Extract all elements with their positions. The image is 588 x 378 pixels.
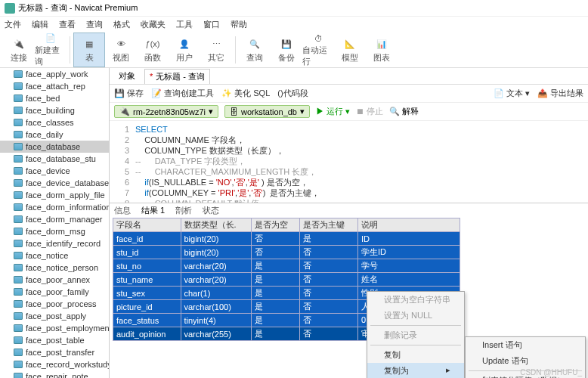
menu-格式[interactable]: 格式 (113, 19, 130, 30)
table-icon (14, 300, 23, 308)
col-header[interactable]: 是否为空 (252, 218, 300, 232)
table-face_post_apply[interactable]: face_post_apply (0, 310, 109, 322)
restab-2[interactable]: 剖析 (175, 205, 192, 216)
tab-objects[interactable]: 对象 (114, 69, 140, 83)
tb-fx[interactable]: ƒ(x)函数 (137, 33, 169, 67)
sidebar: face_apply_workface_attach_repface_bedfa… (0, 68, 110, 378)
table-face_database[interactable]: face_database (0, 141, 109, 153)
save-button[interactable]: 💾 保存 (114, 88, 144, 99)
col-header[interactable]: 数据类型（长. (181, 218, 252, 232)
table-face_poor_process[interactable]: face_poor_process (0, 298, 109, 310)
connection-bar: 🔌 rm-2zetn83n05wz7i ▾ 🗄 workstation_db ▾… (110, 103, 588, 121)
table-face_identify_record[interactable]: face_identify_record (0, 237, 109, 249)
tb-other[interactable]: ⋯其它 (200, 33, 232, 67)
tb-model[interactable]: 📐模型 (334, 33, 366, 67)
run-button[interactable]: ▶ 运行 ▾ (316, 106, 350, 117)
table-icon (14, 312, 23, 320)
table-face_bed[interactable]: face_bed (0, 92, 109, 104)
restab-0[interactable]: 信息 (114, 205, 131, 216)
stop-button[interactable]: ⏹ 停止 (356, 106, 383, 117)
beautify-button[interactable]: ✨ 美化 SQL (221, 88, 270, 99)
menu-工具[interactable]: 工具 (176, 19, 193, 30)
menu-查看[interactable]: 查看 (59, 19, 76, 30)
table-row[interactable]: stu_novarchar(20)是否学号 (113, 259, 460, 273)
text-button[interactable]: 📄 文本 ▾ (494, 88, 530, 99)
tb-newq[interactable]: 📄新建查询 (35, 33, 67, 67)
table-face_notice[interactable]: face_notice (0, 249, 109, 262)
tab-query[interactable]: *无标题 - 查询 (144, 69, 210, 84)
table-face_device[interactable]: face_device (0, 165, 109, 177)
table-face_dorm_manager[interactable]: face_dorm_manager (0, 213, 109, 225)
restab-1[interactable]: 结果 1 (141, 205, 165, 216)
table-icon (14, 240, 23, 247)
menu-收藏夹[interactable]: 收藏夹 (141, 19, 166, 30)
titlebar: 无标题 - 查询 - Navicat Premium (0, 0, 588, 17)
table-icon (14, 264, 23, 271)
table-row[interactable]: stu_namevarchar(20)是否姓名 (113, 273, 460, 287)
ctx-insert-sql[interactable]: Insert 语句 (466, 337, 585, 353)
table-face_record_workstudy[interactable]: face_record_workstudy (0, 358, 109, 370)
tb-table[interactable]: ▦表 (73, 33, 105, 67)
table-face_dorm_information[interactable]: face_dorm_information (0, 201, 109, 213)
tb-view[interactable]: 👁视图 (105, 33, 137, 67)
table-face_dorm_msg[interactable]: face_dorm_msg (0, 225, 109, 237)
ctx-copy[interactable]: 复制 (367, 347, 464, 363)
table-icon (14, 107, 23, 114)
table-face_daily[interactable]: face_daily (0, 129, 109, 141)
table-icon (14, 143, 23, 150)
ctx-set-null[interactable]: 设置为 NULL (367, 308, 464, 324)
col-header[interactable]: 说明 (357, 218, 460, 232)
export-button[interactable]: 📤 导出结果 (537, 88, 583, 99)
col-header[interactable]: 是否为主键 (300, 218, 358, 232)
table-face_post_transfer[interactable]: face_post_transfer (0, 346, 109, 358)
tb-auto[interactable]: ⏱自动运行 (302, 33, 334, 67)
table-face_poor_annex[interactable]: face_poor_annex (0, 274, 109, 286)
restab-3[interactable]: 状态 (203, 205, 219, 216)
table-face_apply_work[interactable]: face_apply_work (0, 68, 109, 80)
result-tabs: 信息结果 1剖析状态 (110, 203, 588, 218)
table-face_notice_person[interactable]: face_notice_person (0, 262, 109, 274)
table-row[interactable]: stu_idbigint(20)否否学生ID (113, 246, 460, 259)
menu-编辑[interactable]: 编辑 (32, 19, 48, 30)
menu-查询[interactable]: 查询 (86, 19, 103, 30)
table-face_database_stu[interactable]: face_database_stu (0, 153, 109, 165)
table-icon (14, 203, 23, 211)
table-icon (14, 191, 23, 199)
tb-plug[interactable]: 🔌连接 (3, 33, 35, 67)
other-icon: ⋯ (208, 36, 224, 52)
tb-user[interactable]: 👤用户 (169, 33, 200, 67)
tb-query[interactable]: 🔍查询 (239, 33, 271, 67)
col-header[interactable]: 字段名 (113, 218, 181, 232)
table-icon (14, 361, 23, 368)
menu-窗口[interactable]: 窗口 (203, 19, 220, 30)
ctx-set-empty[interactable]: 设置为空白字符串 (367, 292, 464, 308)
table-row[interactable]: face_idbigint(20)否是ID (113, 232, 460, 246)
user-icon: 👤 (176, 36, 193, 52)
table-face_repair_note[interactable]: face_repair_note (0, 370, 109, 378)
menu-帮助[interactable]: 帮助 (231, 19, 247, 30)
table-icon (14, 82, 23, 90)
tb-backup[interactable]: 💾备份 (271, 33, 302, 67)
table-face_dorm_apply_file[interactable]: face_dorm_apply_file (0, 189, 109, 201)
sql-editor[interactable]: 1SELECT2 COLUMN_NAME 字段名，3 COLUMN_TYPE 数… (110, 121, 588, 203)
table-face_building[interactable]: face_building (0, 104, 109, 116)
ctx-delete[interactable]: 删除记录 (367, 327, 464, 343)
server-select[interactable]: 🔌 rm-2zetn83n05wz7i ▾ (114, 105, 218, 118)
table-face_device_database[interactable]: face_device_database (0, 177, 109, 189)
menu-文件[interactable]: 文件 (5, 19, 21, 30)
db-select[interactable]: 🗄 workstation_db ▾ (224, 105, 310, 118)
table-face_classes[interactable]: face_classes (0, 116, 109, 129)
context-menu-1: 设置为空白字符串 设置为 NULL 删除记录 复制 复制为▸ 粘贴 显示▸ (367, 291, 465, 378)
code-snippet-button[interactable]: ()代码段 (277, 88, 308, 99)
table-icon (14, 349, 23, 356)
ctx-update-sql[interactable]: Update 语句 (466, 353, 585, 369)
toolbar: 🔌连接📄新建查询▦表👁视图ƒ(x)函数👤用户⋯其它🔍查询💾备份⏱自动运行📐模型📊… (0, 32, 588, 68)
explain-button[interactable]: 🔍 解释 (389, 106, 419, 117)
table-face_post_table[interactable]: face_post_table (0, 334, 109, 346)
tb-chart[interactable]: 📊图表 (366, 33, 398, 67)
ctx-copy-as[interactable]: 复制为▸ (367, 363, 464, 378)
table-face_post_employmen[interactable]: face_post_employmen (0, 322, 109, 334)
table-face_poor_family[interactable]: face_poor_family (0, 286, 109, 298)
table-face_attach_rep[interactable]: face_attach_rep (0, 80, 109, 92)
query-builder-button[interactable]: 📝 查询创建工具 (151, 88, 214, 99)
